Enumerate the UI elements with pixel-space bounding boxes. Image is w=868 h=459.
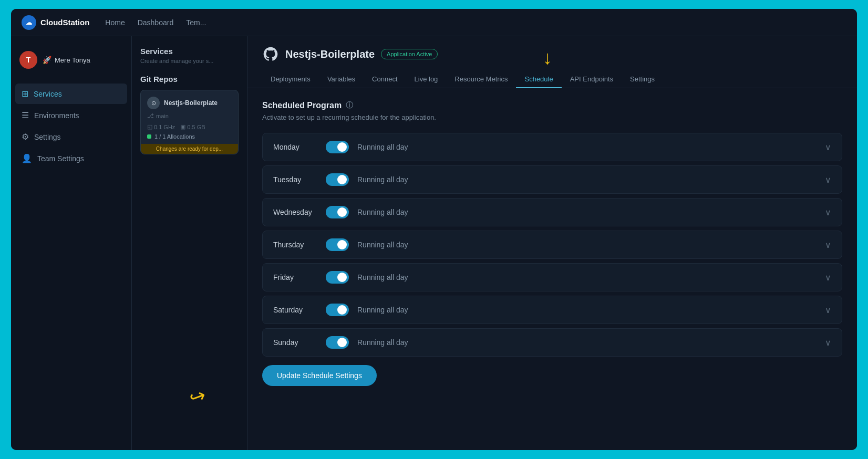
main-window: ☁ CloudStation Home Dashboard Tem... T 🚀…	[11, 9, 857, 450]
repo-stats: ◱ 0.1 GHz ▣ 0.5 GB	[147, 123, 232, 130]
app-title-row: Nestjs-Boilerplate Application Active	[262, 46, 842, 62]
day-value-friday: Running all day	[357, 273, 825, 281]
services-title: Services	[140, 47, 239, 56]
app-status-badge: Application Active	[381, 49, 438, 59]
chevron-down-tuesday: ∨	[825, 175, 831, 185]
tab-resource-metrics[interactable]: Resource Metrics	[446, 71, 516, 88]
cpu-icon: ◱	[147, 123, 152, 130]
arrow-annotation: ↪	[187, 384, 209, 410]
day-name-wednesday: Wednesday	[273, 208, 326, 216]
day-row-monday[interactable]: Monday Running all day ∨	[262, 133, 842, 161]
chevron-down-saturday: ∨	[825, 305, 831, 315]
nav-links: Home Dashboard Tem...	[105, 18, 206, 27]
repo-name: Nestjs-Boilerplate	[164, 99, 218, 107]
day-name-sunday: Sunday	[273, 338, 326, 347]
update-schedule-button[interactable]: Update Schedule Settings	[262, 365, 377, 386]
mem-icon: ▣	[180, 123, 185, 130]
body-layout: T 🚀 Mere Tonya ⊞ Services ☰ Environments…	[11, 36, 857, 450]
sidebar-nav: ⊞ Services ☰ Environments ⚙ Settings 👤 T…	[11, 84, 131, 169]
user-name: Mere Tonya	[55, 56, 90, 64]
deploy-banner: Changes are ready for dep...	[141, 144, 238, 154]
toggle-thumb-tuesday	[337, 175, 347, 184]
tab-api-endpoints[interactable]: API Endpoints	[562, 71, 622, 88]
day-row-thursday[interactable]: Thursday Running all day ∨	[262, 231, 842, 259]
allocations-line: 1 / 1 Allocations	[147, 133, 232, 140]
day-name-thursday: Thursday	[273, 241, 326, 249]
logo-icon: ☁	[22, 15, 36, 30]
day-row-saturday[interactable]: Saturday Running all day ∨	[262, 296, 842, 324]
sidebar-item-team-settings[interactable]: 👤 Team Settings	[15, 148, 127, 169]
settings-icon: ⚙	[22, 132, 29, 142]
tab-variables[interactable]: Variables	[319, 71, 364, 88]
toggle-thursday[interactable]	[326, 238, 349, 251]
day-name-saturday: Saturday	[273, 306, 326, 314]
environments-icon: ☰	[22, 110, 29, 120]
day-name-monday: Monday	[273, 143, 326, 151]
tab-schedule[interactable]: Schedule	[516, 71, 561, 88]
nav-tem[interactable]: Tem...	[186, 18, 206, 27]
day-row-sunday[interactable]: Sunday Running all day ∨	[262, 328, 842, 357]
day-row-wednesday[interactable]: Wednesday Running all day ∨	[262, 198, 842, 226]
tab-deployments[interactable]: Deployments	[262, 71, 319, 88]
repo-card[interactable]: ⊙ Nestjs-Boilerplate ⎇ main ◱ 0.1 GHz ▣ …	[140, 90, 239, 154]
toggle-thumb-wednesday	[337, 207, 347, 217]
chevron-down-wednesday: ∨	[825, 207, 831, 217]
toggle-friday[interactable]	[326, 271, 349, 284]
middle-panel: Services Create and manage your s... Git…	[132, 36, 247, 450]
app-header: Nestjs-Boilerplate Application Active De…	[247, 36, 857, 88]
sidebar-item-label-settings: Settings	[34, 133, 61, 141]
sidebar-item-label-team: Team Settings	[37, 154, 84, 163]
nav-dashboard[interactable]: Dashboard	[138, 18, 174, 27]
logo: ☁ CloudStation	[22, 15, 89, 30]
tab-livelog[interactable]: Live log	[406, 71, 447, 88]
branch-icon: ⎇	[147, 112, 154, 119]
toggle-tuesday[interactable]	[326, 173, 349, 186]
alloc-dot	[147, 134, 151, 139]
toggle-thumb-thursday	[337, 240, 347, 249]
rocket-icon: 🚀	[43, 56, 51, 64]
repo-github-icon: ⊙	[147, 97, 160, 109]
chevron-down-thursday: ∨	[825, 240, 831, 250]
main-content: ↓ Nestjs-Boilerplate Application Active …	[247, 36, 857, 450]
sidebar-item-label-services: Services	[34, 90, 62, 98]
user-info: 🚀 Mere Tonya	[43, 56, 90, 64]
day-row-friday[interactable]: Friday Running all day ∨	[262, 263, 842, 291]
schedule-content: Scheduled Program ⓘ Activate to set up a…	[247, 88, 857, 450]
sidebar: T 🚀 Mere Tonya ⊞ Services ☰ Environments…	[11, 36, 132, 450]
git-repos-title: Git Repos	[140, 75, 239, 84]
toggle-saturday[interactable]	[326, 304, 349, 316]
toggle-thumb-friday	[337, 273, 347, 282]
toggle-thumb-monday	[337, 142, 347, 152]
cpu-stat: ◱ 0.1 GHz	[147, 123, 175, 130]
user-section: T 🚀 Mere Tonya	[11, 45, 131, 75]
app-name: Nestjs-Boilerplate	[285, 48, 375, 60]
tab-connect[interactable]: Connect	[364, 71, 406, 88]
schedule-title: Scheduled Program ⓘ	[262, 101, 842, 110]
app-tabs: Deployments Variables Connect Live log R…	[262, 71, 842, 88]
allocations-text: 1 / 1 Allocations	[154, 133, 195, 140]
chevron-down-friday: ∨	[825, 273, 831, 283]
repo-card-header: ⊙ Nestjs-Boilerplate	[147, 97, 232, 109]
tab-settings[interactable]: Settings	[622, 71, 663, 88]
day-value-saturday: Running all day	[357, 306, 825, 314]
repo-branch: ⎇ main	[147, 112, 232, 119]
mem-stat: ▣ 0.5 GB	[180, 123, 205, 130]
toggle-wednesday[interactable]	[326, 206, 349, 218]
github-icon	[262, 46, 279, 62]
sidebar-item-services[interactable]: ⊞ Services	[15, 84, 127, 104]
chevron-down-sunday: ∨	[825, 338, 831, 348]
day-row-tuesday[interactable]: Tuesday Running all day ∨	[262, 165, 842, 194]
services-sub: Create and manage your s...	[140, 58, 239, 64]
sidebar-item-environments[interactable]: ☰ Environments	[15, 105, 127, 126]
sidebar-item-settings[interactable]: ⚙ Settings	[15, 127, 127, 147]
top-nav: ☁ CloudStation Home Dashboard Tem...	[11, 9, 857, 36]
toggle-sunday[interactable]	[326, 336, 349, 349]
day-value-thursday: Running all day	[357, 241, 825, 249]
info-icon: ⓘ	[346, 101, 353, 110]
day-value-sunday: Running all day	[357, 338, 825, 347]
nav-home[interactable]: Home	[105, 18, 125, 27]
down-arrow-annotation: ↓	[543, 47, 552, 69]
day-value-monday: Running all day	[357, 143, 825, 151]
toggle-monday[interactable]	[326, 141, 349, 153]
schedule-subtitle: Activate to set up a recurring schedule …	[262, 113, 842, 121]
